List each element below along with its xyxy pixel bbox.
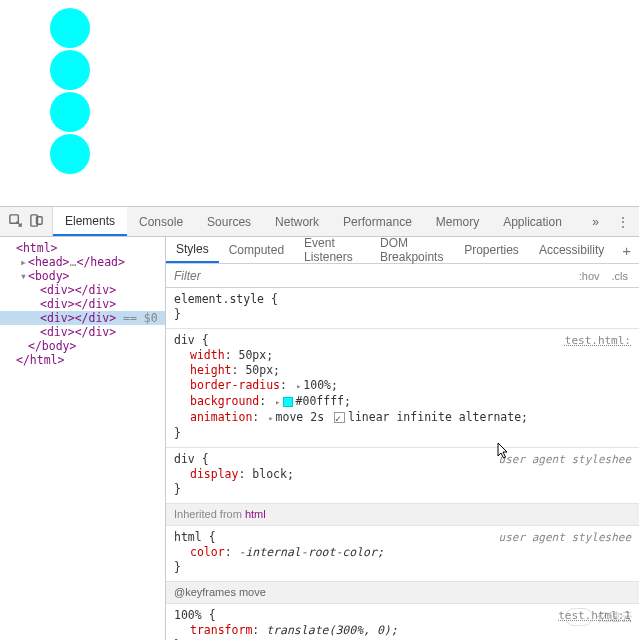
- new-style-rule-icon[interactable]: +: [614, 242, 639, 259]
- inspect-icon[interactable]: [8, 213, 23, 231]
- demo-circle: [50, 92, 90, 132]
- subtab-styles[interactable]: Styles: [166, 237, 219, 263]
- tab-application[interactable]: Application: [491, 207, 574, 236]
- rule-source-label: user agent styleshee: [499, 530, 631, 545]
- styles-subtabs: StylesComputedEvent ListenersDOM Breakpo…: [166, 237, 639, 264]
- watermark: 亿速云: [565, 608, 633, 626]
- rule-source-label: user agent styleshee: [499, 452, 631, 467]
- style-property[interactable]: border-radius: ▸100%;: [174, 378, 631, 394]
- tab-sources[interactable]: Sources: [195, 207, 263, 236]
- rule-selector[interactable]: div: [174, 452, 195, 466]
- style-property[interactable]: transform: translate(300%, 0);: [174, 623, 631, 638]
- dom-node[interactable]: <div></div>: [0, 297, 165, 311]
- styles-filter-input[interactable]: [166, 269, 568, 283]
- devtools-panel: ElementsConsoleSourcesNetworkPerformance…: [0, 206, 639, 640]
- device-toggle-icon[interactable]: [29, 213, 44, 231]
- more-tabs-icon[interactable]: »: [584, 215, 607, 229]
- tab-elements[interactable]: Elements: [53, 207, 127, 236]
- style-property[interactable]: color: -internal-root-color;: [174, 545, 631, 560]
- cls-toggle[interactable]: .cls: [609, 268, 632, 284]
- dom-tree[interactable]: <html>▸<head>…</head>▾<body><div></div><…: [0, 237, 166, 640]
- tab-console[interactable]: Console: [127, 207, 195, 236]
- devtools-toolbar: ElementsConsoleSourcesNetworkPerformance…: [0, 207, 639, 237]
- dom-node[interactable]: <div></div> == $0: [0, 311, 165, 325]
- style-property[interactable]: animation: ▸move 2s linear infinite alte…: [174, 410, 631, 426]
- checkbox-icon[interactable]: [334, 412, 345, 423]
- rule-selector[interactable]: 100%: [174, 608, 202, 622]
- subtab-accessibility[interactable]: Accessibility: [529, 237, 614, 263]
- demo-circle: [50, 134, 90, 174]
- dom-node[interactable]: <div></div>: [0, 325, 165, 339]
- style-property[interactable]: background: ▸#00ffff;: [174, 394, 631, 410]
- dom-node[interactable]: ▾<body>: [0, 269, 165, 283]
- style-rules: element.style { } test.html: div { width…: [166, 288, 639, 640]
- tab-network[interactable]: Network: [263, 207, 331, 236]
- devtools-menu-icon[interactable]: ⋮: [617, 215, 629, 229]
- keyframes-bar: @keyframes move: [166, 582, 639, 604]
- rule-source-link[interactable]: test.html:: [565, 333, 631, 348]
- rule-selector[interactable]: html: [174, 530, 202, 544]
- demo-circle: [50, 50, 90, 90]
- style-property[interactable]: width: 50px;: [174, 348, 631, 363]
- dom-node[interactable]: </body>: [0, 339, 165, 353]
- style-property[interactable]: display: block;: [174, 467, 631, 482]
- rule-selector[interactable]: div: [174, 333, 195, 347]
- subtab-event-listeners[interactable]: Event Listeners: [294, 237, 370, 263]
- page-preview: [0, 0, 639, 198]
- tab-memory[interactable]: Memory: [424, 207, 491, 236]
- tab-performance[interactable]: Performance: [331, 207, 424, 236]
- rule-selector[interactable]: element.style: [174, 292, 264, 306]
- subtab-computed[interactable]: Computed: [219, 237, 294, 263]
- inherited-from-bar: Inherited from html: [166, 504, 639, 526]
- demo-circle: [50, 8, 90, 48]
- subtab-dom-breakpoints[interactable]: DOM Breakpoints: [370, 237, 454, 263]
- hov-toggle[interactable]: :hov: [576, 268, 603, 284]
- dom-node[interactable]: ▸<head>…</head>: [0, 255, 165, 269]
- dom-node[interactable]: <html>: [0, 241, 165, 255]
- subtab-properties[interactable]: Properties: [454, 237, 529, 263]
- style-property[interactable]: height: 50px;: [174, 363, 631, 378]
- dom-node[interactable]: </html>: [0, 353, 165, 367]
- dom-node[interactable]: <div></div>: [0, 283, 165, 297]
